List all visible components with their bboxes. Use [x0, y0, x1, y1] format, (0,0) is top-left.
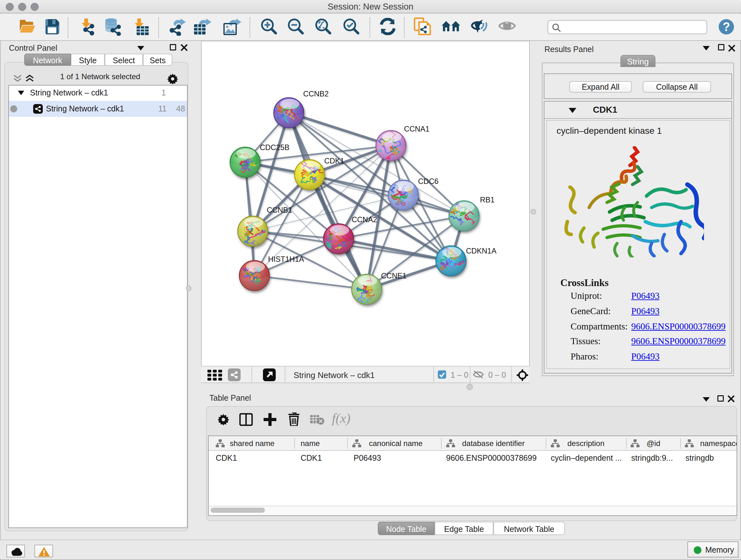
svg-text:CDKN1A: CDKN1A [466, 247, 496, 255]
svg-text:CCNA2: CCNA2 [352, 215, 377, 224]
svg-text:RB1: RB1 [480, 196, 495, 204]
svg-text:CCNB2: CCNB2 [303, 90, 329, 98]
svg-text:CDK1: CDK1 [324, 157, 344, 165]
svg-text:HIST1H1A: HIST1H1A [268, 255, 304, 263]
svg-text:CDC25B: CDC25B [260, 143, 289, 152]
svg-text:CDC6: CDC6 [418, 177, 439, 186]
svg-text:CCNA1: CCNA1 [404, 125, 429, 133]
svg-text:CCNE1: CCNE1 [381, 272, 407, 280]
svg-text:?: ? [723, 20, 730, 34]
svg-text:CCNB1: CCNB1 [267, 206, 292, 214]
